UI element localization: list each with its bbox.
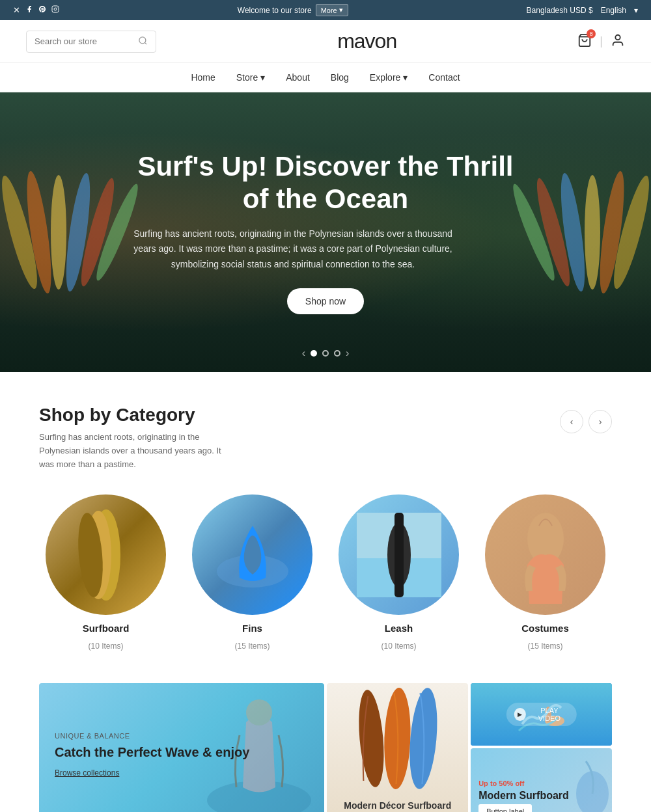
hero-banner: Surf's Up! Discover the Thrill of the Oc… [0,92,651,372]
category-surfboard-image [46,494,166,615]
categories-nav-arrows: ‹ › [560,410,612,433]
search-input[interactable] [35,36,133,46]
nav-contact[interactable]: Contact [428,72,460,83]
promo-middle-surfboards [327,683,468,800]
header-divider: | [600,34,603,48]
category-leash[interactable]: Leash (10 Items) [339,494,459,651]
hero-surfboards-left [0,92,143,372]
hero-prev-arrow[interactable]: ‹ [302,347,305,359]
cart-button[interactable]: 8 [577,33,592,49]
header-right: 8 | [577,33,625,49]
promo-middle-card[interactable]: Modern Décor Surfboard From $1,320.00 [327,683,468,812]
hero-carousel-dots: ‹ › [302,347,350,359]
chevron-down-icon: ▾ [339,6,343,14]
nav-explore[interactable]: Explore ▾ [370,72,408,83]
category-costumes[interactable]: Costumes (15 Items) [485,494,605,651]
category-fins-name: Fins [242,623,262,634]
category-costumes-image [485,494,605,615]
category-surfboard-count: (10 Items) [88,642,123,651]
nav-blog[interactable]: Blog [331,72,349,83]
hero-title: Surf's Up! Discover the Thrill of the Oc… [130,150,521,216]
categories-header-left: Shop by Category Surfing has ancient roo… [39,405,234,471]
hero-content: Surf's Up! Discover the Thrill of the Oc… [130,150,521,314]
svg-rect-0 [52,6,59,12]
header: mavon 8 | [0,20,651,63]
twitter-icon[interactable]: ✕ [13,5,20,15]
category-surfboard[interactable]: Surfboard (10 Items) [46,494,166,651]
nav-home[interactable]: Home [191,72,215,83]
more-button[interactable]: More ▾ [316,4,348,16]
site-logo[interactable]: mavon [156,29,577,53]
social-icons: ✕ [13,5,59,15]
instagram-icon[interactable] [51,5,59,15]
svg-rect-26 [395,513,404,597]
svg-point-3 [139,36,146,43]
promo-middle-title: Modern Décor Surfboard [344,800,451,811]
hero-surfboards-right [508,92,651,372]
category-leash-count: (10 Items) [381,642,416,651]
top-bar: ✕ Welcome to our store More ▾ Bangladesh… [0,0,651,20]
language-chevron-icon: ▾ [634,6,638,15]
hero-cta-button[interactable]: Shop now [287,288,364,314]
region-selector[interactable]: Bangladesh USD $ [527,6,593,15]
category-fins-count: (15 Items) [234,642,270,651]
categories-section: Shop by Category Surfing has ancient roo… [0,372,651,683]
category-fins[interactable]: Fins (15 Items) [192,494,312,651]
nav-store[interactable]: Store ▾ [236,72,265,83]
main-nav: Home Store ▾ About Blog Explore ▾ Contac… [0,63,651,92]
category-surfboard-name: Surfboard [83,623,130,634]
header-left [26,31,156,53]
svg-point-16 [585,175,600,290]
promo-discount-button[interactable]: Button label [478,804,532,812]
promo-video-card[interactable]: ▶ PLAY VIDEO [471,683,612,746]
nav-about[interactable]: About [286,72,310,83]
discount-badge: Up to 50% off [478,779,604,787]
categories-header: Shop by Category Surfing has ancient roo… [39,405,612,471]
promo-main-title: Catch the Perfect Wave & enjoy [55,744,309,761]
categories-title: Shop by Category [39,405,234,426]
play-video-button[interactable]: ▶ PLAY VIDEO [506,703,576,726]
language-selector[interactable]: English [601,6,626,15]
categories-description: Surfing has ancient roots, originating i… [39,431,234,471]
promo-right-column: ▶ PLAY VIDEO Up to 50% off Modern Surfbo… [471,683,612,812]
hero-dot-3[interactable] [334,350,340,357]
promo-main-tag: Unique & Balance [55,732,309,740]
hero-next-arrow[interactable]: › [346,347,349,359]
promo-main-link[interactable]: Browse collections [55,768,119,778]
promo-grid: Unique & Balance Catch the Perfect Wave … [39,683,612,812]
svg-point-30 [355,689,387,789]
account-button[interactable] [611,33,625,49]
category-leash-name: Leash [385,623,413,634]
region-language: Bangladesh USD $ English ▾ [527,6,638,15]
categories-prev-arrow[interactable]: ‹ [560,410,583,433]
hero-dot-2[interactable] [322,350,329,357]
svg-line-4 [145,42,146,44]
search-box [26,31,156,53]
cart-badge: 8 [587,29,596,38]
category-fins-image [192,494,312,615]
promo-discount-title: Modern Surfboard [478,790,604,802]
store-chevron-icon: ▾ [260,72,265,83]
search-icon[interactable] [138,36,148,47]
svg-point-29 [246,699,272,725]
play-label: PLAY VIDEO [530,707,569,722]
svg-point-9 [51,175,66,290]
explore-chevron-icon: ▾ [403,72,408,83]
promo-section: Unique & Balance Catch the Perfect Wave … [0,683,651,812]
hero-description: Surfing has ancient roots, originating i… [130,226,456,273]
svg-point-1 [54,8,57,10]
pinterest-icon[interactable] [38,5,46,15]
categories-grid: Surfboard (10 Items) Fins (15 Items) [39,494,612,651]
promo-discount-card[interactable]: Up to 50% off Modern Surfboard Button la… [471,748,612,812]
svg-point-2 [57,7,57,8]
promo-main-card[interactable]: Unique & Balance Catch the Perfect Wave … [39,683,324,812]
facebook-icon[interactable] [25,5,33,15]
category-leash-image [339,494,459,615]
svg-point-6 [615,35,620,40]
hero-dot-1[interactable] [311,350,317,357]
play-circle-icon: ▶ [514,708,526,721]
category-costumes-count: (15 Items) [527,642,562,651]
category-costumes-name: Costumes [521,623,569,634]
categories-next-arrow[interactable]: › [589,410,612,433]
welcome-message: Welcome to our store More ▾ [238,4,348,16]
